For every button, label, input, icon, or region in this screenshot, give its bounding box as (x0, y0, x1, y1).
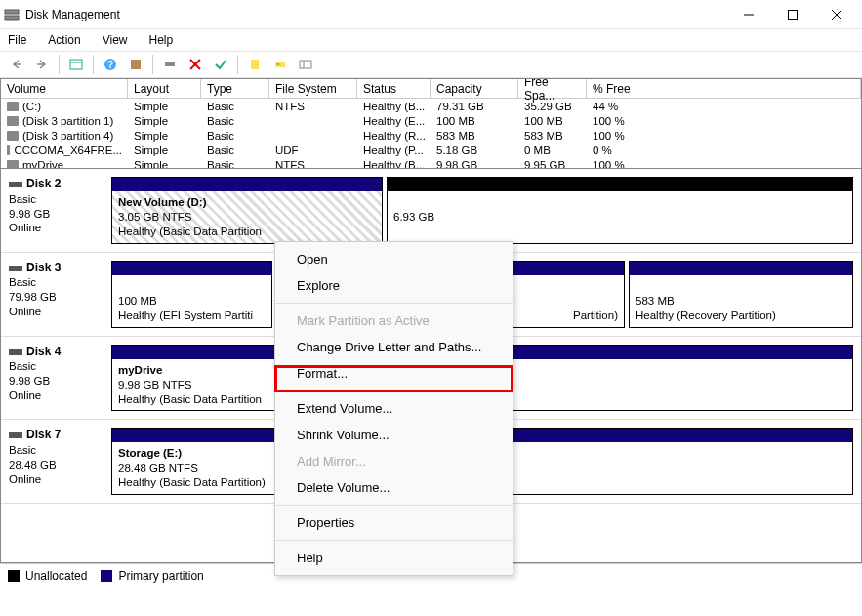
ctx-open[interactable]: Open (275, 246, 513, 272)
col-capacity[interactable]: Capacity (431, 79, 518, 98)
ctx-add-mirror: Add Mirror... (275, 448, 513, 474)
app-icon (4, 7, 20, 22)
menu-view[interactable]: View (99, 31, 132, 49)
partition-icon-btn[interactable] (295, 54, 316, 75)
svg-rect-10 (131, 60, 141, 69)
forward-button[interactable] (31, 54, 53, 75)
col-fs[interactable]: File System (269, 79, 357, 98)
menu-file[interactable]: File (4, 31, 30, 49)
svg-rect-17 (300, 61, 311, 68)
back-button[interactable] (6, 54, 27, 75)
col-free[interactable]: Free Spa... (518, 79, 587, 98)
col-pct[interactable]: % Free (587, 79, 861, 98)
col-type[interactable]: Type (201, 79, 269, 98)
ctx-delete-volume[interactable]: Delete Volume... (275, 474, 513, 501)
volume-icon (7, 102, 19, 111)
ctx-properties[interactable]: Properties (275, 510, 513, 536)
partition-efi[interactable]: 100 MBHealthy (EFI System Partiti (111, 261, 272, 328)
col-layout[interactable]: Layout (128, 79, 201, 98)
disk-7-label: Disk 7 Basic 28.48 GB Online (1, 420, 103, 503)
disk-3-label: Disk 3 Basic 79.98 GB Online (1, 253, 103, 336)
col-status[interactable]: Status (357, 79, 431, 98)
refresh-button[interactable] (159, 54, 181, 75)
volume-headers: Volume Layout Type File System Status Ca… (1, 79, 861, 99)
ctx-help[interactable]: Help (275, 545, 513, 571)
svg-rect-3 (788, 10, 797, 19)
partition-d-new-volume[interactable]: New Volume (D:) 3.05 GB NTFS Healthy (Ba… (111, 177, 383, 244)
ctx-change-drive-letter[interactable]: Change Drive Letter and Paths... (275, 334, 513, 360)
volume-row[interactable]: CCCOMA_X64FRE...SimpleBasicUDFHealthy (P… (1, 143, 861, 157)
maximize-button[interactable] (770, 1, 814, 28)
legend-unallocated-swatch (8, 570, 20, 582)
disk-4-label: Disk 4 Basic 9.98 GB Online (1, 337, 103, 420)
menu-action[interactable]: Action (44, 31, 84, 49)
ctx-mark-active: Mark Partition as Active (275, 308, 513, 334)
legend-primary-label: Primary partition (118, 569, 203, 583)
svg-point-16 (277, 63, 279, 65)
volume-icon (7, 160, 19, 170)
close-button[interactable] (814, 1, 858, 28)
disk-2-label: Disk 2 Basic 9.98 GB Online (1, 169, 103, 252)
check-button[interactable] (210, 54, 231, 75)
ctx-extend-volume[interactable]: Extend Volume... (275, 395, 513, 422)
svg-text:?: ? (107, 60, 113, 70)
toolbar: ? (0, 51, 862, 78)
disk-icon (9, 432, 22, 438)
legend-primary-swatch (101, 570, 112, 582)
svg-rect-1 (5, 16, 19, 20)
col-volume[interactable]: Volume (1, 79, 128, 98)
volume-icon (7, 116, 19, 126)
show-hide-button[interactable] (65, 54, 87, 75)
svg-rect-14 (251, 60, 259, 69)
ctx-format[interactable]: Format... (275, 360, 513, 387)
volume-icon (7, 131, 19, 141)
volume-row[interactable]: myDriveSimpleBasicNTFSHealthy (B...9.98 … (1, 157, 861, 169)
context-menu: Open Explore Mark Partition as Active Ch… (274, 241, 513, 576)
disk-icon (9, 182, 22, 187)
disk-icon (9, 266, 22, 271)
ctx-shrink-volume[interactable]: Shrink Volume... (275, 422, 513, 448)
window-title: Disk Management (25, 8, 726, 21)
menubar: File Action View Help (0, 29, 862, 51)
svg-rect-0 (5, 10, 19, 14)
svg-rect-6 (70, 60, 82, 69)
menu-help[interactable]: Help (145, 31, 178, 49)
svg-rect-15 (275, 62, 285, 67)
disk-row-2: Disk 2 Basic 9.98 GB Online New Volume (… (1, 169, 861, 253)
help-icon[interactable]: ? (100, 54, 121, 75)
volume-row[interactable]: (Disk 3 partition 4)SimpleBasicHealthy (… (1, 128, 861, 143)
legend-unallocated-label: Unallocated (25, 569, 87, 583)
svg-rect-11 (165, 62, 175, 66)
volume-icon (7, 145, 10, 155)
new-icon[interactable] (244, 54, 266, 75)
volume-row[interactable]: (C:)SimpleBasicNTFSHealthy (B...79.31 GB… (1, 99, 861, 113)
volume-list: Volume Layout Type File System Status Ca… (0, 78, 862, 169)
partition-recovery[interactable]: 583 MBHealthy (Recovery Partition) (629, 261, 853, 328)
delete-button[interactable] (185, 54, 206, 75)
partition-unallocated[interactable]: 6.93 GB (387, 177, 853, 244)
settings-icon[interactable] (125, 54, 146, 75)
volume-row[interactable]: (Disk 3 partition 1)SimpleBasicHealthy (… (1, 113, 861, 128)
ctx-explore[interactable]: Explore (275, 272, 513, 299)
disk-icon (9, 349, 22, 355)
drive-icon-btn[interactable] (269, 54, 291, 75)
titlebar: Disk Management (0, 0, 862, 29)
minimize-button[interactable] (726, 1, 770, 28)
